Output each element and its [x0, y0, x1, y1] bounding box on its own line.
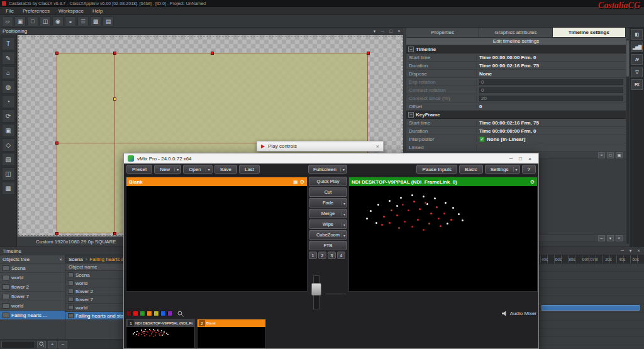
properties-tab[interactable]: Properties — [406, 28, 479, 37]
vmix-toolbar-button[interactable]: Settings — [485, 165, 520, 174]
preview-header[interactable]: Blank ▦⚙ — [126, 177, 307, 186]
transform-handle[interactable] — [367, 52, 370, 55]
preview-video[interactable] — [126, 186, 307, 291]
panel-action-icon[interactable]: ▾ — [607, 235, 614, 241]
arc-tool-icon[interactable]: ◔ — [2, 95, 15, 108]
color-swatch[interactable] — [133, 311, 138, 316]
property-row[interactable]: Linked ✓ — [406, 143, 626, 152]
panel-window-icon[interactable]: ▾ — [628, 248, 633, 253]
gear-icon[interactable]: ⚙ — [530, 179, 535, 185]
vmix-titlebar[interactable]: vMix Pro - 24.0.0.72 x64 ─□× — [124, 153, 538, 163]
input-2-header[interactable]: 2 Blank — [197, 319, 265, 327]
property-value[interactable]: ✓ 0 — [477, 79, 626, 85]
input-1[interactable]: 1 NDI DESKTOP-V9PP8AL (NDI_Fram — [126, 319, 195, 348]
fx-icon[interactable]: FX — [631, 79, 643, 90]
castalia-titlebar[interactable]: CastaliaCG by ClassX v6.3.7 - ClassXAppE… — [0, 0, 644, 7]
vmix-toolbar-button[interactable]: New — [154, 165, 181, 174]
panel-window-icon[interactable]: □ — [388, 29, 394, 34]
panel-window-icon[interactable]: ─ — [619, 248, 625, 253]
menu-item[interactable]: Help — [88, 8, 107, 14]
display-icon[interactable]: ▩ — [90, 16, 101, 26]
property-row[interactable]: Dispose ✓ None — [406, 70, 626, 78]
transition-button[interactable]: Wipe — [309, 219, 347, 229]
close-button[interactable]: × — [525, 156, 535, 162]
edit-timeline-settings-bar[interactable]: Edit timeline settings — [406, 38, 626, 45]
program-header[interactable]: NDI DESKTOP-V9PP8AL (NDI_FrameLink_0) ⚙ — [349, 177, 537, 186]
property-row[interactable]: Start time ✓ Time 00:00:00:00 Frm. 0 — [406, 53, 626, 62]
preview-monitor[interactable]: Blank ▦⚙ — [126, 177, 308, 292]
t-bar-handle[interactable] — [311, 283, 321, 296]
property-value[interactable]: ✓ None [In-Linear] — [477, 136, 626, 142]
filter-icon[interactable]: ▽ — [631, 67, 643, 77]
objects-tree-item[interactable]: Falling hearts ... — [0, 311, 65, 320]
database-icon[interactable]: ☰ — [77, 16, 89, 26]
char-styles-icon[interactable]: A³ — [631, 54, 643, 65]
new-document-icon[interactable]: □ — [27, 16, 38, 26]
properties-tab[interactable]: Graphics attributes — [479, 28, 552, 37]
input-2-thumbnail[interactable] — [197, 327, 265, 348]
sphere-tool-icon[interactable]: ◍ — [2, 80, 15, 94]
stinger-number-button[interactable]: 2 — [318, 252, 326, 259]
panel-action-icon[interactable]: ▣ — [616, 152, 623, 158]
save-icon[interactable]: ▣ — [14, 16, 26, 26]
property-row[interactable]: Duration ✓ Time 00:00:02:16 Frm. 75 — [406, 62, 626, 70]
input-1-thumbnail[interactable] — [126, 327, 194, 348]
program-monitor[interactable]: NDI DESKTOP-V9PP8AL (NDI_FrameLink_0) ⚙ — [348, 177, 538, 292]
property-value[interactable]: ✓ None — [477, 71, 626, 77]
gear-icon[interactable]: ⚙ — [300, 179, 304, 185]
anchor-handle[interactable] — [113, 97, 116, 101]
color-swatch[interactable] — [147, 311, 152, 316]
transform-handle[interactable] — [113, 52, 116, 55]
color-swatch[interactable] — [140, 311, 145, 316]
transition-button[interactable]: Quick Play — [309, 177, 347, 186]
objects-tree-tab[interactable]: Objects tree × — [0, 255, 65, 263]
objects-tree-item[interactable]: flower 7 — [0, 292, 65, 301]
objects-tree-item[interactable]: world — [0, 273, 65, 282]
property-value[interactable]: ✓ Time 00:00:02:16 Frm. 75 — [477, 120, 626, 126]
properties-tab[interactable]: Timeline settings — [553, 28, 626, 37]
vmix-toolbar-button[interactable]: Save — [214, 165, 237, 174]
text-tool-icon[interactable]: T — [2, 37, 15, 50]
close-icon[interactable]: × — [376, 143, 379, 150]
transition-button[interactable]: Fade — [309, 198, 347, 208]
close-icon[interactable]: × — [59, 257, 62, 262]
colors-icon[interactable]: ◒ — [65, 16, 76, 26]
property-row[interactable]: Interpolator ✓ None [In-Linear] — [406, 135, 626, 143]
transition-button[interactable]: CubeZoom — [309, 230, 347, 240]
audio-mixer-button[interactable]: Audio Mixer — [502, 311, 536, 316]
section-header-timeline[interactable]: − Timeline — [406, 45, 626, 53]
open-icon[interactable]: ▱ — [2, 16, 13, 26]
section-header-keyframe[interactable]: − KeyFrame — [406, 111, 626, 119]
pen-tool-icon[interactable]: ✎ — [2, 52, 15, 65]
stinger-number-button[interactable]: 3 — [328, 252, 336, 259]
zoom-search-icon[interactable] — [177, 311, 184, 317]
polygon-tool-icon[interactable]: ⌂ — [2, 66, 15, 79]
panel-window-icon[interactable]: ─ — [380, 29, 386, 34]
scrollbar-thumb[interactable] — [626, 40, 629, 77]
transform-handle[interactable] — [55, 52, 58, 55]
panel-action-icon[interactable]: × — [598, 152, 605, 158]
property-row[interactable]: Exp rotation ✓ 0 — [406, 78, 626, 86]
fullscreen-button[interactable]: Fullscreen — [308, 165, 347, 174]
property-value[interactable]: ✓ 20 — [477, 96, 626, 101]
eye-icon[interactable]: ◉ — [52, 16, 64, 26]
property-value[interactable]: ✓ Time 00:00:00:00 Frm. 0 — [477, 128, 626, 134]
objects-tree-item[interactable]: flower 2 — [0, 282, 65, 292]
input-2[interactable]: 2 Blank — [197, 319, 266, 348]
property-value[interactable]: ✓ 0 — [477, 104, 626, 109]
panel-action-icon[interactable]: □ — [607, 152, 614, 158]
diamond-tool-icon[interactable]: ◇ — [2, 138, 15, 152]
objects-tree-item[interactable]: Scena — [0, 263, 65, 273]
menu-item[interactable]: Preferences — [18, 8, 54, 14]
stinger-number-button[interactable]: 1 — [309, 252, 317, 259]
overlay-grid-icon[interactable]: ▦ — [293, 179, 298, 185]
color-swatch[interactable] — [167, 311, 173, 316]
property-row[interactable]: Connect since (%) ✓ 20 — [406, 94, 626, 102]
vmix-toolbar-button[interactable]: Open — [183, 165, 213, 174]
color-swatch[interactable] — [153, 311, 159, 316]
property-value[interactable]: ✓ Time 00:00:00:00 Frm. 0 — [477, 55, 626, 60]
breadcrumb-root[interactable]: Scena — [69, 257, 83, 262]
vmix-toolbar-button[interactable]: Pause Inputs — [416, 165, 457, 174]
property-value[interactable]: ✓ Time 00:00:02:16 Frm. 75 — [477, 63, 626, 69]
panel-action-icon[interactable]: × — [616, 235, 623, 241]
